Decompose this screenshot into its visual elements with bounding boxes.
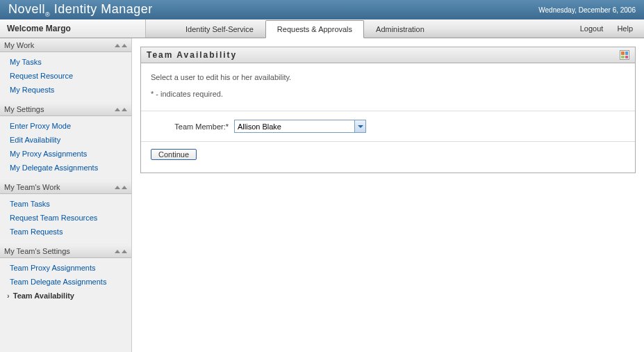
sidebar-item-team-requests[interactable]: Team Requests	[0, 225, 131, 239]
sidebar-section-my-teams-settings[interactable]: My Team's Settings	[0, 244, 131, 258]
sidebar-section-label: My Team's Settings	[4, 247, 70, 255]
collapse-icon	[115, 250, 127, 253]
header-date: Wednesday, December 6, 2006	[538, 6, 636, 14]
sidebar-item-team-delegate-assignments[interactable]: Team Delegate Assignments	[0, 275, 131, 289]
sidebar-item-my-tasks[interactable]: My Tasks	[0, 55, 131, 69]
sidebar-item-edit-availability[interactable]: Edit Availability	[0, 133, 131, 147]
sidebar-section-label: My Team's Work	[4, 183, 60, 191]
welcome-text: Welcome Margo	[0, 19, 146, 38]
required-note: * - indicates required.	[151, 90, 625, 98]
main-content: Team Availability Select a user to edit …	[132, 38, 644, 352]
sidebar-item-enter-proxy-mode[interactable]: Enter Proxy Mode	[0, 119, 131, 133]
sidebar-items-my-teams-settings: Team Proxy Assignments Team Delegate Ass…	[0, 258, 131, 308]
form-row-team-member: Team Member:*	[141, 111, 635, 142]
team-member-combo[interactable]	[234, 120, 366, 133]
tab-administration[interactable]: Administration	[364, 20, 436, 38]
collapse-icon	[115, 44, 127, 47]
sidebar-section-my-settings[interactable]: My Settings	[0, 102, 131, 116]
sidebar-item-my-requests[interactable]: My Requests	[0, 83, 131, 97]
chevron-down-icon	[358, 125, 363, 128]
sidebar-item-request-team-resources[interactable]: Request Team Resources	[0, 211, 131, 225]
tab-requests-approvals[interactable]: Requests & Approvals	[265, 20, 364, 38]
sidebar-items-my-work: My Tasks Request Resource My Requests	[0, 52, 131, 102]
brand-name: Novell	[8, 2, 45, 16]
panel-body: Select a user to edit his or her availab…	[141, 63, 635, 173]
app-header: Novell® Identity Manager Wednesday, Dece…	[0, 0, 644, 19]
panel-title: Team Availability	[147, 50, 237, 60]
collapse-icon	[115, 186, 127, 189]
sidebar-section-my-teams-work[interactable]: My Team's Work	[0, 180, 131, 194]
sidebar-item-team-tasks[interactable]: Team Tasks	[0, 197, 131, 211]
sidebar-item-my-proxy-assignments[interactable]: My Proxy Assignments	[0, 147, 131, 161]
team-member-label: Team Member:*	[151, 122, 234, 131]
sidebar-item-team-proxy-assignments[interactable]: Team Proxy Assignments	[0, 261, 131, 275]
sidebar-section-label: My Settings	[4, 105, 44, 113]
sidebar-section-label: My Work	[4, 41, 34, 49]
sidebar-item-team-availability[interactable]: Team Availability	[0, 289, 131, 303]
logout-link[interactable]: Logout	[580, 24, 604, 33]
panel-team-availability: Team Availability Select a user to edit …	[140, 47, 636, 173]
content-wrap: My Work My Tasks Request Resource My Req…	[0, 38, 644, 352]
panel-instruction: Select a user to edit his or her availab…	[151, 73, 625, 81]
tab-identity-self-service[interactable]: Identity Self-Service	[174, 20, 265, 38]
registered-mark: ®	[45, 10, 50, 17]
continue-button[interactable]: Continue	[151, 149, 197, 160]
panel-header: Team Availability	[141, 47, 635, 63]
help-link[interactable]: Help	[617, 24, 633, 33]
sidebar-item-my-delegate-assignments[interactable]: My Delegate Assignments	[0, 161, 131, 175]
top-right-links: Logout Help	[580, 19, 644, 38]
button-row: Continue	[151, 142, 625, 163]
sidebar-section-my-work[interactable]: My Work	[0, 38, 131, 52]
team-member-input[interactable]	[234, 120, 366, 133]
sidebar-item-request-resource[interactable]: Request Resource	[0, 69, 131, 83]
sidebar-items-my-teams-work: Team Tasks Request Team Resources Team R…	[0, 194, 131, 244]
product-name: Identity Manager	[54, 2, 153, 16]
team-member-dropdown-button[interactable]	[354, 120, 365, 132]
sidebar-items-my-settings: Enter Proxy Mode Edit Availability My Pr…	[0, 116, 131, 180]
sub-header: Welcome Margo Identity Self-Service Requ…	[0, 19, 644, 38]
sidebar: My Work My Tasks Request Resource My Req…	[0, 38, 132, 352]
panel-options-icon[interactable]	[620, 50, 629, 60]
tab-bar: Identity Self-Service Requests & Approva…	[146, 19, 580, 38]
collapse-icon	[115, 108, 127, 111]
app-title: Novell® Identity Manager	[8, 2, 153, 18]
